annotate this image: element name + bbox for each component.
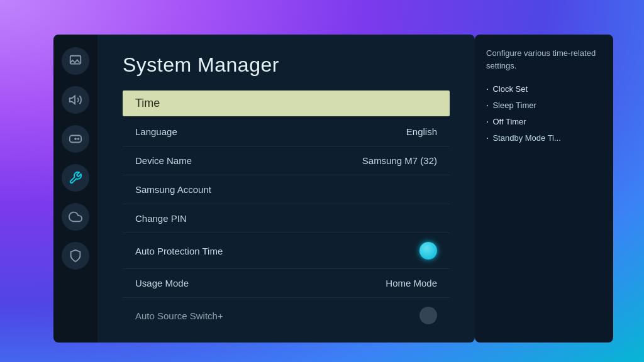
page-title: System Manager xyxy=(123,53,450,77)
sidebar-item-cloud[interactable] xyxy=(62,203,89,231)
svg-marker-1 xyxy=(70,96,75,104)
auto-source-switch-item[interactable]: Auto Source Switch+ xyxy=(123,298,450,333)
device-name-value: Samsung M7 (32) xyxy=(362,155,437,166)
auto-protection-label: Auto Protection Time xyxy=(135,246,223,256)
sidebar-item-sound[interactable] xyxy=(62,86,89,114)
info-sleep-timer: Sleep Timer xyxy=(486,101,602,111)
auto-source-switch-toggle[interactable] xyxy=(419,307,437,324)
change-pin-label: Change PIN xyxy=(135,213,187,224)
time-section-header[interactable]: Time xyxy=(123,90,450,116)
auto-protection-toggle[interactable] xyxy=(419,242,437,260)
info-standby-mode: Standby Mode Ti... xyxy=(486,133,602,143)
content-area: System Manager Time Language English Dev… xyxy=(97,35,475,343)
sidebar-item-gaming[interactable] xyxy=(62,125,89,153)
language-value: English xyxy=(406,126,437,137)
language-label: Language xyxy=(135,126,177,137)
language-item[interactable]: Language English xyxy=(123,118,450,146)
auto-source-switch-label: Auto Source Switch+ xyxy=(135,310,223,321)
usage-mode-value: Home Mode xyxy=(386,278,437,288)
sidebar-item-settings[interactable] xyxy=(62,164,89,192)
auto-protection-item[interactable]: Auto Protection Time xyxy=(123,233,450,269)
sidebar-item-picture[interactable] xyxy=(62,47,89,75)
samsung-account-item[interactable]: Samsung Account xyxy=(123,175,450,204)
info-description: Configure various time-related settings. xyxy=(486,47,602,72)
info-list: Clock Set Sleep Timer Off Timer Standby … xyxy=(486,84,602,143)
usage-mode-label: Usage Mode xyxy=(135,278,189,288)
info-off-timer-label: Off Timer xyxy=(492,117,526,126)
change-pin-item[interactable]: Change PIN xyxy=(123,204,450,233)
info-panel: Configure various time-related settings.… xyxy=(475,35,613,343)
info-clock-set: Clock Set xyxy=(486,84,602,94)
info-standby-mode-label: Standby Mode Ti... xyxy=(492,133,560,143)
info-sleep-timer-label: Sleep Timer xyxy=(492,101,536,110)
sidebar-item-security[interactable] xyxy=(62,242,89,270)
device-name-item[interactable]: Device Name Samsung M7 (32) xyxy=(123,146,450,175)
sidebar xyxy=(53,35,97,343)
svg-point-3 xyxy=(78,138,79,140)
samsung-account-label: Samsung Account xyxy=(135,184,211,195)
info-clock-set-label: Clock Set xyxy=(492,84,528,94)
info-off-timer: Off Timer xyxy=(486,117,602,127)
device-name-label: Device Name xyxy=(135,155,192,166)
usage-mode-item[interactable]: Usage Mode Home Mode xyxy=(123,269,450,298)
